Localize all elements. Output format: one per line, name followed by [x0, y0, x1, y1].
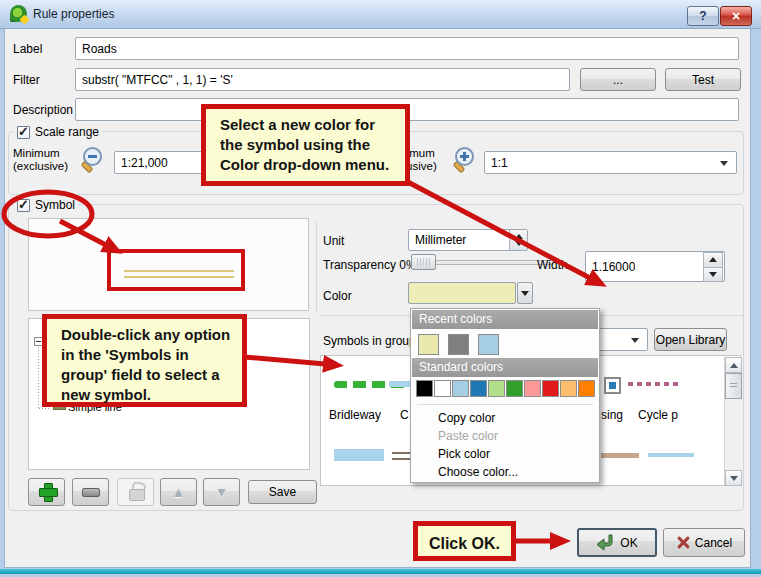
scrollbar-up-icon[interactable] [725, 357, 742, 373]
standard-colors-header: Standard colors [412, 358, 598, 377]
standard-color-swatch[interactable] [506, 380, 523, 397]
symbol-thumb[interactable] [389, 381, 411, 387]
symbol-preview-highlight-rect [107, 249, 245, 291]
recent-color-swatch[interactable] [448, 334, 469, 355]
menu-separator [417, 404, 593, 405]
standard-color-swatch[interactable] [578, 380, 595, 397]
zoom-in-icon [450, 146, 476, 172]
symbols-scrollbar[interactable] [724, 357, 741, 486]
unit-value: Millimeter [415, 233, 466, 247]
callout-color-dropdown: Select a new color for the symbol using … [201, 104, 410, 186]
recent-colors-header: Recent colors [412, 310, 598, 329]
ok-button[interactable]: OK [577, 528, 657, 557]
save-label: Save [269, 485, 296, 499]
save-button[interactable]: Save [248, 480, 317, 504]
move-down-button[interactable]: ▼ [203, 478, 240, 506]
title-bar[interactable]: Rule properties ? × [0, 0, 761, 29]
standard-color-swatch[interactable] [488, 380, 505, 397]
help-button[interactable]: ? [687, 6, 719, 26]
scrollbar-down-icon[interactable] [725, 470, 742, 486]
symbol-item-label[interactable]: Cycle p [638, 408, 702, 422]
recent-color-swatch[interactable] [418, 334, 439, 355]
symbol-thumb[interactable] [601, 453, 639, 458]
color-label: Color [323, 289, 352, 303]
menu-item-copy-color[interactable]: Copy color [411, 409, 599, 427]
unit-select[interactable]: Millimeter [408, 229, 528, 251]
minimum-scale-value: 1:21,000 [121, 156, 168, 170]
remove-icon [82, 488, 100, 497]
symbol-thumb[interactable] [648, 453, 694, 457]
test-button-label: Test [692, 73, 714, 87]
move-up-button[interactable]: ▲ [160, 478, 197, 506]
scale-range-label: Scale range [35, 125, 99, 139]
window-bottom-edge [0, 569, 761, 574]
ok-label: OK [620, 536, 637, 550]
spin-down-icon[interactable] [703, 267, 723, 283]
symbol-label: Symbol [35, 198, 75, 212]
tree-line [38, 347, 39, 408]
minimum-label: Minimum(exclusive) [13, 147, 68, 173]
transparency-slider-handle[interactable] [411, 254, 436, 270]
lock-icon [118, 478, 153, 506]
help-icon: ? [699, 9, 706, 23]
width-spinner[interactable] [703, 252, 723, 281]
add-layer-button[interactable] [28, 478, 65, 506]
check-icon: ✓ [18, 124, 29, 139]
divider [316, 220, 317, 312]
standard-color-swatch[interactable] [560, 380, 577, 397]
lock-layer-button[interactable] [117, 478, 154, 506]
menu-item-paste-color: Paste color [411, 427, 599, 445]
symbol-thumb-crossing[interactable] [604, 377, 621, 394]
symbol-toggle[interactable]: ✓ Symbol [14, 198, 78, 212]
tree-line [39, 408, 50, 409]
filter-field-label: Filter [13, 73, 40, 87]
label-input[interactable]: Roads [75, 37, 739, 60]
scale-range-toggle[interactable]: ✓ Scale range [14, 125, 102, 139]
description-field-label: Description [13, 103, 73, 117]
symbol-checkbox[interactable]: ✓ [17, 199, 30, 212]
remove-layer-button[interactable] [72, 478, 109, 506]
maximum-scale-combo[interactable]: 1:1 [484, 151, 737, 174]
transparency-label: Transparency 0% [323, 258, 417, 272]
filter-input[interactable]: substr( "MTFCC" , 1, 1) = 'S' [75, 68, 570, 91]
scrollbar-thumb[interactable] [725, 373, 742, 399]
callout-symbols-in-group: Double-click any option in the 'Symbols … [42, 314, 247, 407]
standard-color-swatch[interactable] [524, 380, 541, 397]
standard-color-swatch[interactable] [542, 380, 559, 397]
open-library-label: Open Library [656, 333, 725, 347]
color-button[interactable] [408, 282, 516, 304]
cancel-label: Cancel [695, 536, 732, 550]
standard-color-swatch[interactable] [434, 380, 451, 397]
scale-range-checkbox[interactable]: ✓ [17, 126, 30, 139]
expression-builder-button[interactable]: ... [580, 68, 656, 91]
dropdown-arrow-icon [521, 291, 529, 296]
color-dropdown-button[interactable] [517, 282, 533, 304]
width-value: 1.16000 [592, 260, 635, 274]
close-icon: × [732, 8, 740, 24]
menu-item-pick-color[interactable]: Pick color [411, 445, 599, 463]
symbol-thumb[interactable] [392, 452, 411, 460]
spin-up-icon[interactable] [703, 252, 723, 268]
symbol-item-label[interactable]: sing [601, 408, 631, 422]
cancel-button[interactable]: Cancel [663, 528, 745, 557]
color-dropdown-menu: Recent colors Standard colors Copy color… [410, 308, 600, 483]
open-library-button[interactable]: Open Library [654, 328, 727, 351]
standard-color-swatch[interactable] [416, 380, 433, 397]
unit-label: Unit [323, 234, 344, 248]
spin-updown-icon[interactable] [509, 230, 527, 250]
close-button[interactable]: × [720, 6, 752, 26]
standard-color-swatch[interactable] [452, 380, 469, 397]
menu-item-choose-color[interactable]: Choose color... [411, 463, 599, 481]
standard-color-swatch[interactable] [470, 380, 487, 397]
move-up-icon: ▲ [172, 484, 186, 500]
symbol-thumb[interactable] [334, 449, 384, 461]
window-title: Rule properties [33, 7, 114, 21]
symbol-thumb-cycle-path[interactable] [628, 382, 680, 386]
check-icon: ✓ [18, 197, 29, 212]
dropdown-arrow-icon [720, 161, 728, 166]
symbol-item-label[interactable]: Bridleway [329, 408, 399, 422]
filter-input-value: substr( "MTFCC" , 1, 1) = 'S' [82, 73, 233, 87]
test-button[interactable]: Test [665, 68, 741, 91]
recent-color-swatch[interactable] [478, 334, 499, 355]
add-icon [29, 478, 64, 506]
